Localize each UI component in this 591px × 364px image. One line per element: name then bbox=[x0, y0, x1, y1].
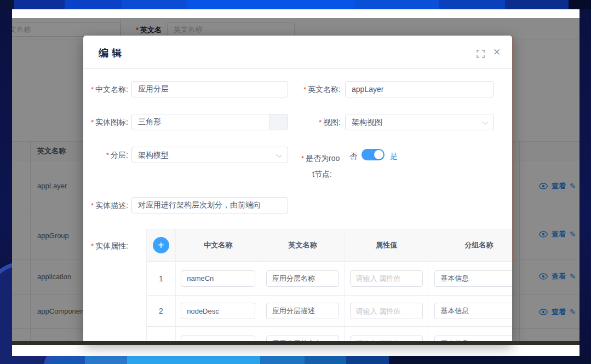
required-asterisk: * bbox=[91, 118, 94, 126]
chevron-down-icon bbox=[482, 119, 487, 125]
toggle-off-text: 否 bbox=[349, 152, 357, 161]
required-asterisk: * bbox=[106, 151, 109, 159]
view-label: *视图: bbox=[297, 118, 341, 128]
bottom-video-band bbox=[0, 356, 591, 364]
attr-group-input[interactable] bbox=[434, 303, 512, 319]
required-asterisk: * bbox=[91, 201, 94, 210]
is-root-label: *是否为roo t节点: bbox=[301, 151, 345, 182]
layer-select[interactable]: 架构模型 bbox=[131, 147, 288, 163]
entity-icon-input[interactable] bbox=[131, 114, 288, 130]
name-cn-label: *中文名称: bbox=[83, 85, 128, 95]
attribute-row: 1 bbox=[147, 262, 512, 296]
required-asterisk: * bbox=[319, 118, 322, 126]
name-en-input[interactable] bbox=[345, 81, 494, 97]
row-number: 1 bbox=[147, 262, 176, 296]
is-root-toggle[interactable] bbox=[362, 149, 385, 160]
entity-icon-label: *实体图标: bbox=[83, 118, 128, 128]
name-en-label: *英文名称: bbox=[297, 85, 341, 95]
required-asterisk: * bbox=[303, 85, 306, 94]
col-header-name-cn: 中文名称 bbox=[176, 229, 261, 262]
attribute-table-header: + 中文名称 英文名称 属性值 分组名称 bbox=[147, 229, 512, 262]
view-select[interactable]: 架构视图 bbox=[345, 114, 494, 130]
attribute-table: + 中文名称 英文名称 属性值 分组名称 1 2 3 bbox=[146, 229, 512, 343]
entity-desc-label: *实体描述: bbox=[83, 201, 128, 211]
required-asterisk: * bbox=[91, 85, 94, 94]
add-attribute-button[interactable]: + bbox=[153, 237, 169, 253]
attr-name-cn-input[interactable] bbox=[181, 270, 255, 287]
name-cn-input[interactable] bbox=[131, 81, 288, 97]
attr-value-input[interactable] bbox=[350, 303, 423, 319]
attr-name-en-input[interactable] bbox=[266, 270, 340, 287]
col-header-attr-value: 属性值 bbox=[345, 229, 428, 262]
attr-name-en-input[interactable] bbox=[266, 303, 340, 319]
toggle-knob bbox=[374, 150, 383, 159]
top-video-band bbox=[0, 0, 591, 9]
chevron-down-icon bbox=[276, 152, 282, 158]
col-header-group-name: 分组名称 bbox=[428, 229, 512, 262]
required-asterisk: * bbox=[91, 242, 94, 250]
layer-label: *分层: bbox=[83, 151, 128, 160]
attr-name-cn-input[interactable] bbox=[181, 303, 255, 319]
modal-title: 编辑 bbox=[99, 47, 125, 60]
bottom-cut-bar bbox=[12, 341, 579, 345]
screen: *英文名 英文名称 appLayer appGroup application … bbox=[0, 0, 591, 364]
col-header-name-en: 英文名称 bbox=[261, 229, 345, 262]
row-number: 2 bbox=[147, 296, 176, 327]
icon-picker-button[interactable] bbox=[269, 114, 288, 130]
edge-artifact bbox=[512, 36, 514, 265]
attr-group-input[interactable] bbox=[434, 270, 512, 287]
fullscreen-icon[interactable] bbox=[477, 50, 485, 58]
entity-desc-input[interactable] bbox=[131, 197, 288, 213]
toggle-on-text: 是 bbox=[390, 152, 398, 161]
required-asterisk: * bbox=[301, 154, 304, 163]
attr-value-input[interactable] bbox=[350, 270, 423, 287]
entity-attrs-label: *实体属性: bbox=[83, 241, 128, 251]
edit-modal: 编辑 ✕ *中文名称: *英文名称: *实体图标: *视图: bbox=[83, 36, 512, 343]
divider bbox=[83, 68, 512, 69]
close-icon[interactable]: ✕ bbox=[493, 47, 501, 58]
attribute-row: 2 bbox=[147, 296, 512, 327]
